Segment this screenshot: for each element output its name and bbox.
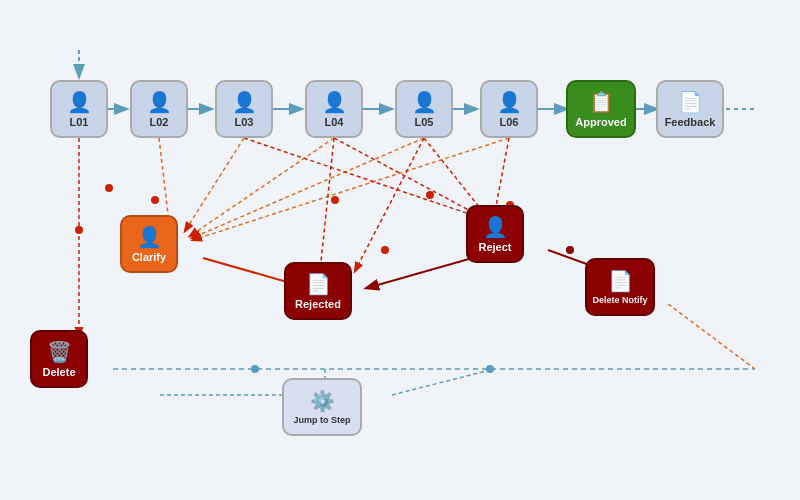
person-icon: 👤 — [412, 90, 437, 114]
svg-point-29 — [105, 184, 113, 192]
node-rejected[interactable]: 📄 Rejected — [284, 262, 352, 320]
svg-point-32 — [426, 191, 434, 199]
svg-line-21 — [320, 138, 334, 271]
node-label: Delete Notify — [592, 295, 647, 305]
node-label: Feedback — [665, 116, 716, 128]
person-icon: 👤 — [497, 90, 522, 114]
node-L05[interactable]: 👤 L05 — [395, 80, 453, 138]
node-label: Jump to Step — [293, 415, 350, 425]
node-label: L02 — [150, 116, 169, 128]
svg-line-25 — [668, 304, 755, 369]
node-feedback[interactable]: 📄 Feedback — [656, 80, 724, 138]
svg-point-36 — [566, 246, 574, 254]
svg-point-31 — [331, 196, 339, 204]
node-L02[interactable]: 👤 L02 — [130, 80, 188, 138]
svg-line-27 — [392, 370, 490, 395]
node-delete[interactable]: 🗑️ Delete — [30, 330, 88, 388]
node-label: L01 — [70, 116, 89, 128]
doc-icon: 📄 — [678, 90, 703, 114]
svg-point-34 — [381, 246, 389, 254]
node-label: L03 — [235, 116, 254, 128]
node-label: Rejected — [295, 298, 341, 310]
person-icon: 👤 — [147, 90, 172, 114]
node-label: Reject — [478, 241, 511, 253]
node-label: L06 — [500, 116, 519, 128]
doc-icon: 📄 — [306, 272, 331, 296]
svg-line-10 — [185, 138, 244, 231]
node-L03[interactable]: 👤 L03 — [215, 80, 273, 138]
svg-point-39 — [486, 365, 494, 373]
doc-icon: 🗑️ — [47, 340, 72, 364]
node-L06[interactable]: 👤 L06 — [480, 80, 538, 138]
node-reject[interactable]: 👤 Reject — [466, 205, 524, 263]
node-jump-to-step[interactable]: ⚙️ Jump to Step — [282, 378, 362, 436]
svg-point-30 — [151, 196, 159, 204]
gear-icon: ⚙️ — [310, 389, 335, 413]
doc-icon: 📄 — [608, 269, 633, 293]
svg-line-22 — [355, 138, 424, 271]
svg-line-13 — [193, 138, 509, 240]
person-icon: 👤 — [483, 215, 508, 239]
node-delete-notify[interactable]: 📄 Delete Notify — [585, 258, 655, 316]
svg-point-40 — [75, 226, 83, 234]
node-L04[interactable]: 👤 L04 — [305, 80, 363, 138]
person-icon: 👤 — [67, 90, 92, 114]
svg-line-11 — [190, 138, 334, 236]
node-label: L04 — [325, 116, 344, 128]
svg-line-12 — [192, 138, 424, 238]
node-label: Approved — [575, 116, 626, 128]
node-label: L05 — [415, 116, 434, 128]
svg-line-14 — [244, 138, 490, 221]
person-icon: 👤 — [232, 90, 257, 114]
workflow-canvas: 👤 L01 👤 L02 👤 L03 👤 L04 👤 L05 👤 L06 📋 Ap… — [0, 0, 800, 500]
node-L01[interactable]: 👤 L01 — [50, 80, 108, 138]
person-icon: 👤 — [322, 90, 347, 114]
doc-icon: 📋 — [589, 90, 614, 114]
node-clarify[interactable]: 👤 Clarify — [120, 215, 178, 273]
node-label: Clarify — [132, 251, 166, 263]
node-label: Delete — [42, 366, 75, 378]
svg-point-38 — [251, 365, 259, 373]
person-icon: 👤 — [137, 225, 162, 249]
node-approved[interactable]: 📋 Approved — [566, 80, 636, 138]
